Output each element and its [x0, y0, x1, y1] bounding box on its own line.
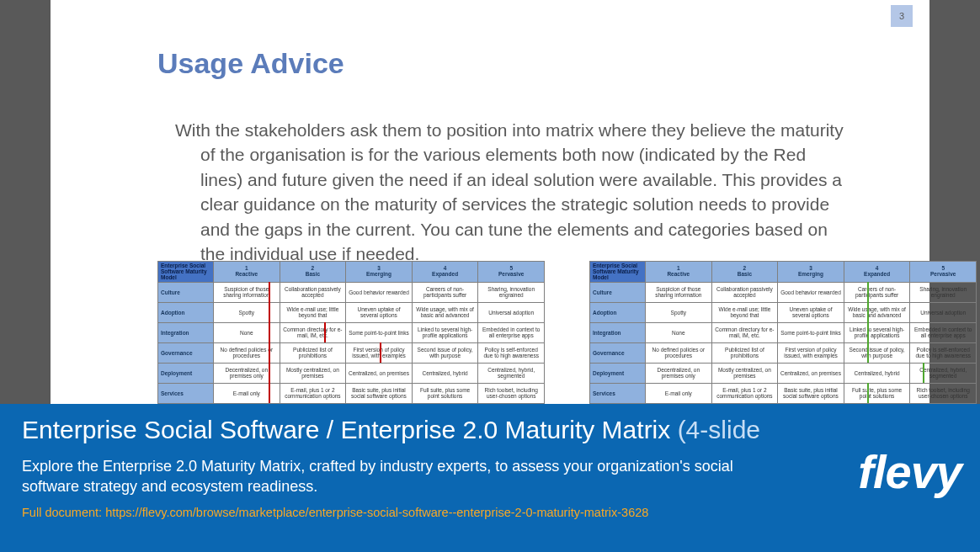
matrix-cell: Centralized, hybrid, segmented	[910, 364, 977, 384]
matrix-row-culture: Culture	[590, 283, 646, 303]
matrix-col-3: 3Emerging	[346, 262, 413, 283]
matrix-col-1: 1Reactive	[214, 262, 280, 283]
matrix-col-4: 4Expanded	[412, 262, 478, 283]
matrix-cell: Second issue of policy, with purpose	[844, 343, 910, 364]
page-number-badge: 3	[891, 5, 913, 27]
matrix-col-5: 5Pervasive	[478, 262, 545, 283]
footer-banner: Enterprise Social Software / Enterprise …	[0, 404, 980, 552]
maturity-matrix-left: Enterprise Social Software Maturity Mode…	[157, 261, 545, 404]
matrix-corner: Enterprise Social Software Maturity Mode…	[158, 262, 214, 283]
banner-link-url: https://flevy.com/browse/marketplace/ent…	[105, 506, 648, 519]
matrix-cell: Decentralized, on premises only	[646, 364, 712, 384]
matrix-cell: Uneven uptake of several options	[346, 303, 413, 323]
matrix-row-governance: Governance	[590, 343, 646, 364]
matrix-cell: Wide usage, with mix of basic and advanc…	[844, 303, 910, 323]
matrix-cell: Centralized, hybrid, segmented	[478, 364, 545, 384]
banner-link-label: Full document:	[22, 506, 102, 519]
matrix-cell: Mostly centralized, on premises	[711, 364, 778, 384]
matrix-row-integration: Integration	[158, 323, 214, 343]
matrix-cell: E-mail only	[646, 384, 712, 404]
matrix-cell: Second issue of policy, with purpose	[412, 343, 478, 364]
matrix-cell: Wide e-mail use; little beyond that	[280, 303, 346, 323]
matrix-cell: Centralized, on premises	[346, 364, 413, 384]
maturity-matrix-right: Enterprise Social Software Maturity Mode…	[589, 261, 977, 404]
matrix-cell: Collaboration passively accepted	[711, 283, 778, 303]
matrix-cell: Policy is self-enforced due to high awar…	[478, 343, 545, 364]
matrix-cell: Centralized, hybrid	[412, 364, 478, 384]
matrix-col-4: 4Expanded	[844, 262, 910, 283]
matrix-row-deployment: Deployment	[158, 364, 214, 384]
matrix-cell: Rich toolset, including user-chosen opti…	[910, 384, 977, 404]
slide-title: Usage Advice	[157, 47, 344, 80]
matrix-row-adoption: Adoption	[158, 303, 214, 323]
matrix-cell: Full suite, plus some point solutions	[844, 384, 910, 404]
matrix-cell: Policy is self-enforced due to high awar…	[910, 343, 977, 364]
matrix-cell: Linked to several high-profile applicati…	[412, 323, 478, 343]
matrix-cell: E-mail, plus 1 or 2 communication option…	[711, 384, 778, 404]
matrix-cell: None	[646, 323, 712, 343]
matrix-col-2: 2Basic	[711, 262, 778, 283]
matrix-cell: Common directory for e-mail, IM, etc.	[711, 323, 778, 343]
matrix-row-deployment: Deployment	[590, 364, 646, 384]
matrix-cell: Some point-to-point links	[778, 323, 844, 343]
matrix-cell: Centralized, hybrid	[844, 364, 910, 384]
matrix-cell: Common directory for e-mail, IM, etc.	[280, 323, 346, 343]
matrix-cell: Collaboration passively accepted	[280, 283, 346, 303]
green-marker-2	[923, 363, 924, 383]
matrix-cell: First version of policy issued, with exa…	[346, 343, 413, 364]
matrix-cell: Good behavior rewarded	[778, 283, 844, 303]
matrix-cell: Embedded in context to all enterprise ap…	[910, 323, 977, 343]
matrix-cell: Full suite, plus some point solutions	[412, 384, 478, 404]
matrix-row-integration: Integration	[590, 323, 646, 343]
matrix-cell: Sharing, innovation engrained	[910, 283, 977, 303]
matrix-cell: Embedded in context to all enterprise ap…	[478, 323, 545, 343]
matrix-cell: Basic suite, plus initial social softwar…	[346, 384, 413, 404]
body-paragraph: With the stakeholders ask them to positi…	[175, 118, 849, 266]
matrix-corner: Enterprise Social Software Maturity Mode…	[590, 262, 646, 283]
matrix-row-adoption: Adoption	[590, 303, 646, 323]
matrix-cell: Careers of non-participants suffer	[844, 283, 910, 303]
slide-canvas: 3 Usage Advice With the stakeholders ask…	[51, 0, 929, 404]
matrix-cell: Publicized list of prohibitions	[280, 343, 346, 364]
matrix-cell: Wide usage, with mix of basic and advanc…	[412, 303, 478, 323]
matrix-col-2: 2Basic	[280, 262, 346, 283]
matrix-row-governance: Governance	[158, 343, 214, 364]
banner-title: Enterprise Social Software / Enterprise …	[22, 416, 958, 444]
matrix-col-5: 5Pervasive	[910, 262, 977, 283]
banner-link[interactable]: Full document: https://flevy.com/browse/…	[22, 506, 958, 519]
matrix-cell: Centralized, on premises	[778, 364, 844, 384]
matrix-cell: Basic suite, plus initial social softwar…	[778, 384, 844, 404]
red-marker-3	[380, 342, 381, 363]
banner-subtitle: Explore the Enterprise 2.0 Maturity Matr…	[22, 456, 763, 497]
matrix-cell: No defined policies or procedures	[646, 343, 712, 364]
matrix-cell: Mostly centralized, on premises	[280, 364, 346, 384]
matrix-cell: Spotty	[646, 303, 712, 323]
matrix-cell: Linked to several high-profile applicati…	[844, 323, 910, 343]
matrix-cell: E-mail, plus 1 or 2 communication option…	[280, 384, 346, 404]
matrix-row-services: Services	[590, 384, 646, 404]
matrix-cell: Suspicion of those sharing information	[646, 283, 712, 303]
banner-title-trail: (4-slide	[670, 416, 760, 443]
red-marker-2	[324, 322, 326, 342]
matrix-cell: Universal adoption	[910, 303, 977, 323]
matrix-row-culture: Culture	[158, 283, 214, 303]
matrix-cell: Some point-to-point links	[346, 323, 413, 343]
brand-logo: flevy	[858, 444, 961, 499]
matrix-cell: Careers of non-participants suffer	[412, 283, 478, 303]
red-marker-1	[269, 282, 270, 403]
matrix-cell: Sharing, innovation engrained	[478, 283, 545, 303]
matrix-cell: Good behavior rewarded	[346, 283, 413, 303]
banner-title-lead: Enterprise Social Software / Enterprise …	[22, 416, 670, 443]
green-marker-3	[867, 383, 869, 403]
green-marker-1	[867, 282, 869, 363]
matrix-col-1: 1Reactive	[646, 262, 712, 283]
slide-body-text: With the stakeholders ask them to positi…	[175, 118, 849, 266]
matrix-cell: First version of policy issued, with exa…	[778, 343, 844, 364]
matrix-cell: Publicized list of prohibitions	[711, 343, 778, 364]
matrix-cell: Uneven uptake of several options	[778, 303, 844, 323]
matrix-cell: Universal adoption	[478, 303, 545, 323]
matrix-cell: Rich toolset, including user-chosen opti…	[478, 384, 545, 404]
matrix-cell: Wide e-mail use; little beyond that	[711, 303, 778, 323]
matrix-col-3: 3Emerging	[778, 262, 844, 283]
matrix-row-services: Services	[158, 384, 214, 404]
